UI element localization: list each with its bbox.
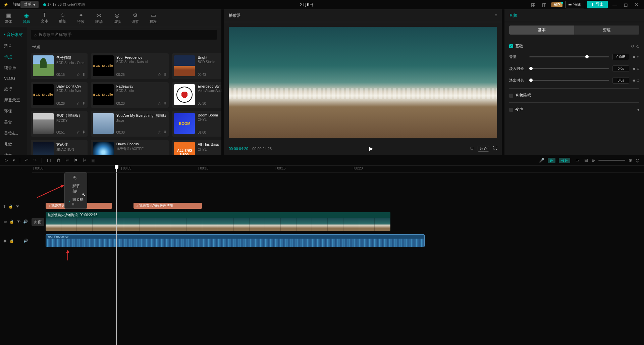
tab-basic[interactable]: 基本 <box>509 26 574 35</box>
flag-tool-1[interactable]: ⚐ <box>65 158 69 163</box>
download-icon[interactable]: ⬇ <box>163 101 167 106</box>
volume-slider[interactable] <box>529 56 609 57</box>
side-nav-5[interactable]: 旅行 <box>0 84 27 95</box>
stepper-icon[interactable]: ◆ <box>633 66 635 71</box>
audio-clip[interactable]: Your Frequency <box>46 234 425 247</box>
side-nav-8[interactable]: 美食 <box>0 117 27 128</box>
favorite-icon[interactable]: ☆ <box>158 101 161 106</box>
text-clip-2[interactable]: ♪我乘着风的翅膀去飞翔 <box>133 203 202 209</box>
fadeout-slider[interactable] <box>529 80 609 81</box>
music-card-10[interactable]: Dawn Chorus旭天音乐+AXITEE02:59☆⬇ <box>91 140 169 155</box>
cover-button[interactable]: 封面 <box>32 218 44 226</box>
stepper-icon[interactable]: ◆ <box>633 55 635 59</box>
side-nav-7[interactable]: 环保 <box>0 106 27 117</box>
chevron-down-icon[interactable]: ▾ <box>13 158 15 163</box>
reset-icon[interactable]: ↺ <box>631 44 634 49</box>
fit-icon[interactable]: ◎ <box>636 158 639 163</box>
side-nav-1[interactable]: 抖音 <box>0 40 27 51</box>
music-card-8[interactable]: BOOMBoom BoomCHYL01:00☆⬇ <box>172 111 221 137</box>
favorite-icon[interactable]: ☆ <box>76 130 80 135</box>
flag-tool-3[interactable]: ⚐ <box>83 158 87 163</box>
top-tab-2[interactable]: T文本 <box>40 11 50 25</box>
undo-button[interactable]: ↶ <box>25 158 29 163</box>
side-nav-11[interactable]: 萌宠 <box>0 150 27 155</box>
menu-button[interactable]: 菜单 ▾ <box>20 1 39 8</box>
side-nav-9[interactable]: 美妆&... <box>0 128 27 139</box>
top-tab-4[interactable]: ✦特效 <box>76 11 86 25</box>
redo-button[interactable]: ↷ <box>33 158 37 163</box>
timeline-playhead[interactable] <box>116 172 117 345</box>
mute-icon[interactable]: 🔊 <box>23 239 28 243</box>
download-icon[interactable]: ⬇ <box>82 72 86 77</box>
cursor-tool[interactable]: ▷ <box>5 158 8 163</box>
keyframe-icon[interactable]: ◇ <box>636 44 639 49</box>
keyframe-icon[interactable]: ◇ <box>637 78 639 83</box>
favorite-icon[interactable]: ☆ <box>158 130 161 135</box>
music-card-0[interactable]: 代号狐狸BCD Studio - Oran00:15☆⬇ <box>31 53 88 79</box>
fadeout-value[interactable]: 0.0s <box>612 77 629 84</box>
flag-tool-2[interactable]: ⚑ <box>74 158 78 163</box>
music-card-11[interactable]: ALL THIS BASSAll This Bass（Radio M...CHY… <box>172 140 221 155</box>
visibility-icon[interactable]: 👁 <box>17 219 20 224</box>
play-button[interactable]: ▶ <box>276 145 466 152</box>
export-button[interactable]: ⬆ 导出 <box>587 1 608 8</box>
side-nav-2[interactable]: 卡点 <box>0 51 27 62</box>
favorite-icon[interactable]: ☆ <box>158 72 161 77</box>
crop-tool[interactable]: ▣ <box>91 158 95 163</box>
preview-menu-icon[interactable]: ≡ <box>495 13 497 18</box>
music-card-2[interactable]: BrightBCD Studio00:43☆⬇ <box>172 53 221 79</box>
playhead[interactable] <box>116 166 117 172</box>
side-nav-0[interactable]: • 音乐素材 <box>0 29 27 40</box>
layout-icon-1[interactable]: ▦ <box>529 2 537 7</box>
top-tab-8[interactable]: ▭模板 <box>148 11 158 25</box>
focus-icon[interactable]: ⊡ <box>470 146 474 152</box>
zoom-slider[interactable] <box>598 160 625 161</box>
layout-icon-2[interactable]: ▥ <box>540 2 548 7</box>
lock-icon[interactable]: 🔒 <box>9 239 14 243</box>
split-tool[interactable]: ⫿⫿ <box>47 158 51 163</box>
align-icon[interactable]: ⊟ <box>584 158 588 163</box>
top-tab-1[interactable]: ◉音频 <box>21 11 32 25</box>
search-input[interactable]: ⌕搜索歌曲名称/歌手 <box>31 30 217 40</box>
top-tab-7[interactable]: ⚙调节 <box>130 11 140 25</box>
favorite-icon[interactable]: ☆ <box>76 72 80 77</box>
music-card-1[interactable]: BCD StudioYour FrequencyBCD Studio - Nat… <box>91 53 169 79</box>
denoise-checkbox[interactable] <box>509 94 513 98</box>
music-card-5[interactable]: Energetic Stylish Future BassVensAdamsAu… <box>172 82 221 108</box>
ratio-button[interactable]: 原始 <box>478 146 489 152</box>
visibility-icon[interactable]: 👁 <box>16 204 19 208</box>
stepper-icon[interactable]: ◆ <box>633 78 635 83</box>
maximize-button[interactable]: ◻ <box>622 2 630 7</box>
side-nav-10[interactable]: 儿歌 <box>0 139 27 150</box>
mode-3[interactable]: ▭ <box>574 157 581 163</box>
download-icon[interactable]: ⬇ <box>82 101 86 106</box>
top-tab-3[interactable]: ☺贴纸 <box>58 11 68 25</box>
music-card-4[interactable]: BCD StudioFadeawayBCD Studio00:20☆⬇ <box>91 82 169 108</box>
download-icon[interactable]: ⬇ <box>82 130 86 135</box>
review-button[interactable]: ☰ 审阅 <box>565 1 584 8</box>
zoom-in[interactable]: ⊕ <box>629 158 632 163</box>
preview-video[interactable] <box>229 27 497 138</box>
expand-icon[interactable]: ▾ <box>637 107 639 112</box>
top-tab-6[interactable]: ◎滤镜 <box>112 11 122 25</box>
tab-speed[interactable]: 变速 <box>574 26 639 35</box>
beat-option-none[interactable]: 无 <box>65 174 87 182</box>
mute-icon[interactable]: 🔊 <box>23 219 28 224</box>
download-icon[interactable]: ⬇ <box>163 130 167 135</box>
keyframe-icon[interactable]: ◇ <box>637 66 639 71</box>
side-nav-3[interactable]: 纯音乐 <box>0 62 27 73</box>
music-card-6[interactable]: 失波（剪辑版）R7CKY00:51☆⬇ <box>31 111 88 137</box>
side-nav-6[interactable]: 摩登天空 <box>0 95 27 106</box>
delete-tool[interactable]: 🗑 <box>56 158 60 163</box>
mode-1[interactable]: ⫸ <box>548 158 555 163</box>
vip-badge[interactable]: VIP <box>551 2 562 7</box>
fullscreen-icon[interactable]: ⛶ <box>493 146 497 152</box>
voicechange-checkbox[interactable] <box>509 108 513 112</box>
fadein-value[interactable]: 0.0s <box>612 65 629 72</box>
close-button[interactable]: ✕ <box>633 2 641 7</box>
volume-value[interactable]: 0.0dB <box>612 54 629 60</box>
mode-2[interactable]: ⫷⫸ <box>559 158 570 163</box>
video-clip[interactable]: 航拍慢镜头沙滩海浪 00:00:22:15 <box>46 212 390 231</box>
fadein-slider[interactable] <box>529 68 609 69</box>
mic-icon[interactable]: 🎤 <box>539 158 544 163</box>
